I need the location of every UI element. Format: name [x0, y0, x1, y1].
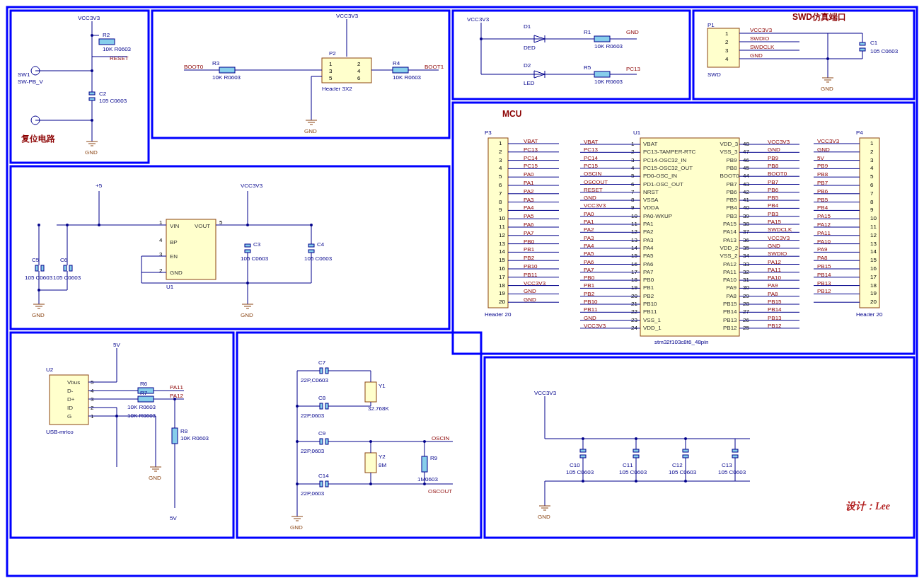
svg-rect-153 [308, 244, 314, 247]
svg-text:1M0603: 1M0603 [417, 476, 438, 483]
svg-text:R6: R6 [140, 381, 148, 387]
svg-text:10: 10 [499, 215, 505, 221]
svg-text:18: 18 [870, 282, 877, 289]
svg-point-67 [480, 37, 483, 40]
svg-rect-621 [325, 481, 328, 487]
svg-rect-109 [860, 48, 865, 51]
svg-text:13: 13 [499, 241, 505, 247]
svg-point-641 [423, 483, 426, 485]
svg-text:PA11: PA11 [723, 269, 737, 275]
svg-text:PA1: PA1 [643, 221, 654, 227]
svg-text:PB14: PB14 [723, 308, 737, 315]
svg-text:P1: P1 [708, 22, 715, 28]
svg-rect-663 [633, 455, 639, 458]
svg-text:PA0-WKUP: PA0-WKUP [643, 213, 672, 219]
svg-rect-43 [219, 67, 235, 73]
svg-point-682 [582, 437, 584, 440]
svg-text:PB14: PB14 [768, 306, 782, 313]
svg-point-633 [369, 440, 372, 443]
svg-text:U2: U2 [46, 366, 54, 373]
svg-text:VSS_3: VSS_3 [720, 149, 738, 155]
svg-text:4: 4 [499, 165, 502, 171]
svg-text:R3: R3 [212, 60, 220, 67]
svg-rect-146 [69, 265, 72, 271]
svg-text:3: 3 [499, 157, 502, 163]
svg-text:PA3: PA3 [643, 237, 654, 243]
svg-text:1: 1 [499, 140, 502, 146]
svg-text:19: 19 [499, 290, 505, 296]
svg-rect-602 [325, 368, 328, 374]
svg-text:PC13-TAMPER-RTC: PC13-TAMPER-RTC [643, 149, 696, 155]
svg-text:VCC3V3: VCC3V3 [336, 13, 359, 19]
svg-point-164 [37, 289, 40, 292]
svg-text:GND: GND [750, 52, 763, 59]
svg-text:PA12: PA12 [170, 393, 184, 399]
svg-text:C2: C2 [99, 91, 107, 97]
svg-text:PB13: PB13 [817, 280, 831, 287]
svg-text:105 C0603: 105 C0603 [241, 255, 269, 262]
svg-text:P4: P4 [856, 129, 863, 136]
svg-text:P3: P3 [485, 129, 492, 136]
svg-text:GND: GND [85, 149, 98, 156]
mcu-block: MCU U1 stm32f103c8t6_48pin VBAT1PC13-TAM… [453, 103, 914, 354]
svg-text:22P,0603: 22P,0603 [301, 412, 325, 419]
svg-text:PB10: PB10 [524, 263, 538, 270]
svg-text:GND: GND [149, 475, 161, 481]
svg-text:5: 5 [499, 173, 502, 180]
svg-text:PA6: PA6 [584, 259, 594, 265]
svg-text:GND: GND [170, 270, 183, 276]
svg-text:6: 6 [357, 75, 361, 81]
svg-rect-142 [41, 265, 44, 271]
svg-text:VCC3V3: VCC3V3 [584, 323, 606, 329]
svg-point-635 [423, 440, 426, 443]
svg-rect-627 [422, 456, 427, 472]
svg-text:PB15: PB15 [768, 299, 782, 305]
svg-point-648 [296, 440, 299, 443]
svg-text:PB1: PB1 [524, 246, 535, 253]
svg-text:PB6: PB6 [768, 187, 779, 193]
svg-text:PB4: PB4 [817, 204, 828, 211]
svg-text:D2: D2 [524, 62, 531, 69]
svg-text:PB2: PB2 [643, 293, 654, 299]
svg-point-647 [296, 405, 299, 408]
osc-block: C722P,C0603 C822P,0603 Y1 32.768K C922P,… [237, 333, 481, 538]
svg-rect-601 [320, 368, 323, 374]
svg-text:PA2: PA2 [584, 226, 594, 233]
svg-text:D+: D+ [67, 396, 75, 403]
svg-point-162 [37, 224, 40, 226]
svg-text:C13: C13 [722, 462, 732, 468]
svg-text:C1: C1 [870, 40, 878, 46]
svg-point-687 [582, 480, 584, 483]
svg-text:C14: C14 [318, 473, 329, 479]
svg-text:105 C0603: 105 C0603 [99, 98, 127, 104]
svg-text:10K R0603: 10K R0603 [594, 43, 623, 50]
svg-rect-145 [64, 265, 67, 271]
svg-text:PB14: PB14 [817, 272, 831, 278]
svg-text:PB13: PB13 [768, 315, 782, 321]
svg-text:PB12: PB12 [817, 288, 831, 294]
svg-text:9: 9 [870, 207, 874, 213]
svg-text:PA10: PA10 [817, 238, 831, 245]
svg-point-139 [98, 224, 100, 226]
svg-text:R2: R2 [103, 32, 110, 38]
svg-text:PA1: PA1 [524, 180, 534, 186]
svg-text:USB-mrico: USB-mrico [46, 429, 74, 435]
svg-rect-616 [320, 439, 323, 444]
svg-text:C11: C11 [623, 462, 633, 468]
svg-text:10K R0603: 10K R0603 [594, 79, 623, 85]
svg-text:LED: LED [524, 80, 535, 86]
svg-text:PA4: PA4 [524, 204, 534, 211]
svg-text:PB2: PB2 [524, 255, 535, 261]
svg-text:8: 8 [499, 199, 502, 205]
svg-text:10K R0603: 10K R0603 [103, 46, 132, 52]
led-block: VCC3V3 D1 DED D2 LED R1 10K R0603 GND R5… [453, 11, 690, 99]
svg-text:VCC3V3: VCC3V3 [750, 27, 773, 33]
svg-text:PA7: PA7 [584, 267, 594, 273]
svg-text:VCC3V3: VCC3V3 [524, 280, 546, 287]
svg-text:BOOT1: BOOT1 [425, 64, 444, 70]
svg-text:PB11: PB11 [584, 306, 598, 313]
svg-text:PA5: PA5 [643, 253, 654, 259]
svg-text:PB10: PB10 [584, 299, 598, 305]
svg-text:PB11: PB11 [643, 308, 657, 315]
svg-text:DED: DED [524, 45, 536, 51]
